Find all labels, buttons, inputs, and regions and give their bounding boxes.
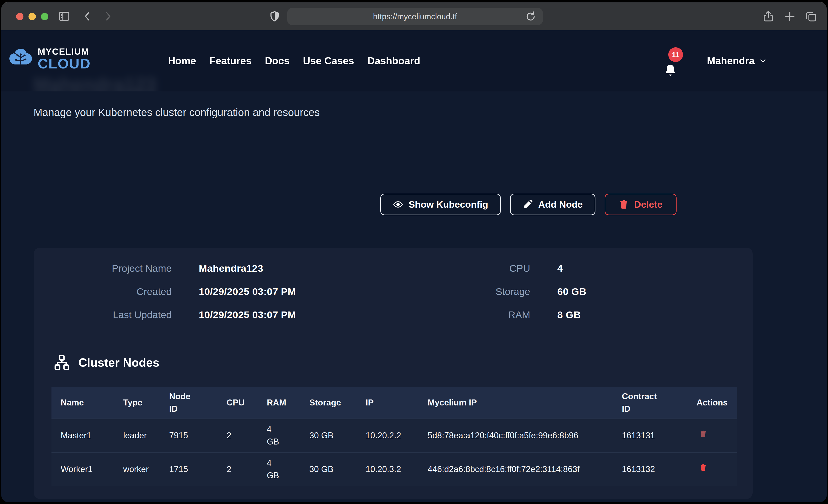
col-header-storage: Storage <box>300 396 357 409</box>
brand-logo[interactable]: MYCELIUM CLOUD <box>8 47 90 71</box>
notification-badge: 11 <box>668 47 683 62</box>
project-name-label: Project Name <box>43 263 172 274</box>
node-name: Master1 <box>51 429 114 442</box>
created-label: Created <box>43 286 172 297</box>
show-kubeconfig-button[interactable]: Show Kubeconfig <box>380 194 501 215</box>
detail-row-storage: Storage 60 GB <box>423 286 586 297</box>
node-cpu: 2 <box>217 429 258 442</box>
eye-icon <box>393 199 403 210</box>
minimize-window-button[interactable] <box>29 13 36 20</box>
url-text: https://myceliumcloud.tf <box>373 12 457 21</box>
nav-item-home[interactable]: Home <box>168 55 196 67</box>
user-menu[interactable]: Mahendra <box>707 30 767 91</box>
details-right-column: CPU 4 Storage 60 GB RAM 8 GB <box>423 263 586 332</box>
pencil-icon <box>523 199 533 210</box>
add-node-button[interactable]: Add Node <box>510 194 595 215</box>
brand-name-bottom: CLOUD <box>38 56 90 71</box>
trash-icon <box>619 199 629 210</box>
trash-icon <box>699 463 707 472</box>
node-cpu: 2 <box>217 463 258 475</box>
node-mycelium-ip: 446:d2a6:8bcd:8c16:ff0f:72e2:3114:863f <box>418 463 613 475</box>
node-ip: 10.20.3.2 <box>357 463 418 475</box>
cluster-nodes-title: Cluster Nodes <box>78 355 160 369</box>
storage-value: 60 GB <box>557 286 586 297</box>
table-header-row: Name Type Node ID CPU RAM Storage IP Myc… <box>51 387 737 419</box>
delete-cluster-button[interactable]: Delete <box>605 194 676 215</box>
cpu-label: CPU <box>423 263 530 274</box>
details-left-column: Project Name Mahendra123 Created 10/29/2… <box>43 263 296 332</box>
col-header-mycelium-ip: Mycelium IP <box>418 396 613 409</box>
project-name-value: Mahendra123 <box>199 263 263 274</box>
node-ram: 4 GB <box>258 423 300 448</box>
delete-node-button[interactable] <box>687 463 707 473</box>
address-bar[interactable]: https://myceliumcloud.tf <box>287 8 543 25</box>
detail-row-project-name: Project Name Mahendra123 <box>43 263 296 274</box>
col-header-ram: RAM <box>258 396 300 409</box>
cluster-details-panel: Project Name Mahendra123 Created 10/29/2… <box>34 248 753 499</box>
detail-row-cpu: CPU 4 <box>423 263 586 274</box>
nav-item-dashboard[interactable]: Dashboard <box>368 55 420 67</box>
delete-node-button[interactable] <box>687 429 707 439</box>
cluster-nodes-table: Name Type Node ID CPU RAM Storage IP Myc… <box>51 387 737 486</box>
node-type: worker <box>114 463 160 475</box>
node-name: Worker1 <box>51 463 114 475</box>
node-id: 1715 <box>160 463 217 475</box>
new-tab-icon[interactable] <box>783 9 797 24</box>
close-window-button[interactable] <box>16 13 24 20</box>
node-contract-id: 1613131 <box>613 429 687 442</box>
network-nodes-icon <box>53 354 71 371</box>
nav-item-features[interactable]: Features <box>209 55 251 67</box>
mycelium-cloud-logo-icon <box>8 47 34 71</box>
detail-row-created: Created 10/29/2025 03:07 PM <box>43 286 296 297</box>
node-storage: 30 GB <box>300 429 357 442</box>
chevron-down-icon <box>759 57 767 65</box>
nav-item-use-cases[interactable]: Use Cases <box>303 55 354 67</box>
node-contract-id: 1613132 <box>613 463 687 475</box>
nav-menu: Home Features Docs Use Cases Dashboard <box>168 30 420 91</box>
detail-row-last-updated: Last Updated 10/29/2025 03:07 PM <box>43 309 296 321</box>
last-updated-value: 10/29/2025 03:07 PM <box>199 309 296 321</box>
trash-icon <box>699 429 707 439</box>
tab-overview-icon[interactable] <box>804 9 818 24</box>
delete-label: Delete <box>634 199 663 210</box>
share-icon[interactable] <box>761 9 775 24</box>
brand-name-top: MYCELIUM <box>38 47 90 56</box>
node-ip: 10.20.2.2 <box>357 429 418 442</box>
page-content: Mahendra123 Manage your Kubernetes clust… <box>1 30 827 502</box>
user-name: Mahendra <box>707 55 755 67</box>
browser-toolbar: https://myceliumcloud.tf <box>1 2 827 30</box>
node-mycelium-ip: 5d8:78ea:a120:f40c:ff0f:a5fe:99e6:8b96 <box>418 429 613 442</box>
node-actions <box>687 429 737 442</box>
notifications-button[interactable]: 11 <box>662 57 681 80</box>
reload-icon[interactable] <box>525 10 537 23</box>
node-actions <box>687 463 737 476</box>
forward-icon[interactable] <box>101 9 115 24</box>
detail-row-ram: RAM 8 GB <box>423 309 586 321</box>
last-updated-label: Last Updated <box>43 309 172 321</box>
back-icon[interactable] <box>80 9 95 24</box>
show-kubeconfig-label: Show Kubeconfig <box>409 199 488 210</box>
cluster-nodes-heading: Cluster Nodes <box>53 354 160 371</box>
browser-window: https://myceliumcloud.tf Mahendra123 Man… <box>1 2 827 502</box>
page-subtitle: Manage your Kubernetes cluster configura… <box>34 106 320 119</box>
top-navbar: MYCELIUM CLOUD Home Features Docs Use Ca… <box>1 30 827 91</box>
privacy-shield-icon[interactable] <box>267 9 282 24</box>
add-node-label: Add Node <box>538 199 583 210</box>
ram-value: 8 GB <box>557 309 581 321</box>
ram-label: RAM <box>423 309 530 321</box>
cpu-value: 4 <box>557 263 563 274</box>
col-header-cpu: CPU <box>217 396 258 409</box>
node-ram: 4 GB <box>258 457 300 481</box>
table-row: Worker1 worker 1715 2 4 GB 30 GB 10.20.3… <box>51 453 737 486</box>
nav-item-docs[interactable]: Docs <box>265 55 290 67</box>
node-id: 7915 <box>160 429 217 442</box>
zoom-window-button[interactable] <box>41 13 48 20</box>
col-header-type: Type <box>114 396 160 409</box>
node-type: leader <box>114 429 160 442</box>
node-storage: 30 GB <box>300 463 357 475</box>
storage-label: Storage <box>423 286 530 297</box>
col-header-contract-id: Contract ID <box>613 390 687 415</box>
table-row: Master1 leader 7915 2 4 GB 30 GB 10.20.2… <box>51 419 737 453</box>
bell-icon <box>663 63 677 77</box>
sidebar-toggle-icon[interactable] <box>57 9 71 24</box>
